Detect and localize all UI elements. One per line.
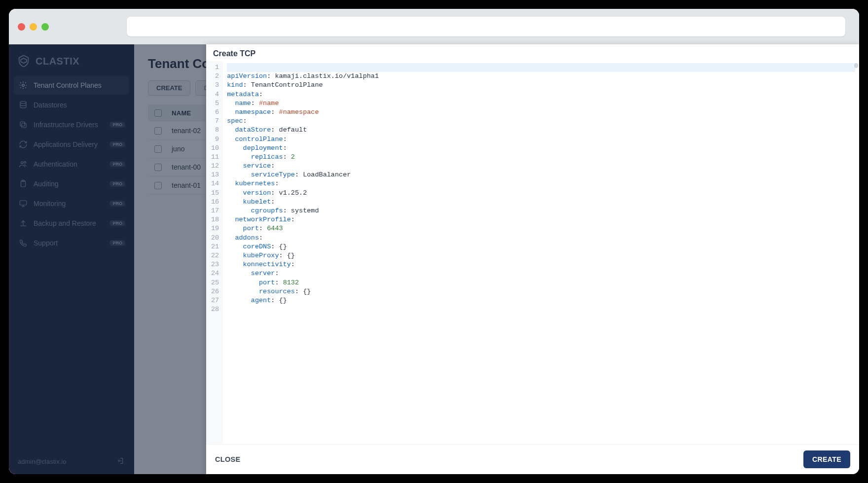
- minimize-window-icon[interactable]: [30, 23, 37, 31]
- address-bar[interactable]: [127, 17, 845, 36]
- window-controls: [18, 23, 49, 31]
- yaml-editor[interactable]: 1234567891011121314151617181920212223242…: [206, 61, 859, 444]
- create-tcp-drawer: Create TCP 12345678910111213141516171819…: [206, 44, 859, 474]
- drawer-title: Create TCP: [206, 44, 859, 61]
- drawer-close-button[interactable]: CLOSE: [215, 455, 240, 463]
- close-window-icon[interactable]: [18, 23, 25, 31]
- drawer-create-button[interactable]: CREATE: [803, 450, 850, 468]
- maximize-window-icon[interactable]: [41, 23, 49, 31]
- scrollbar-thumb[interactable]: [854, 63, 858, 68]
- browser-chrome: [9, 9, 859, 44]
